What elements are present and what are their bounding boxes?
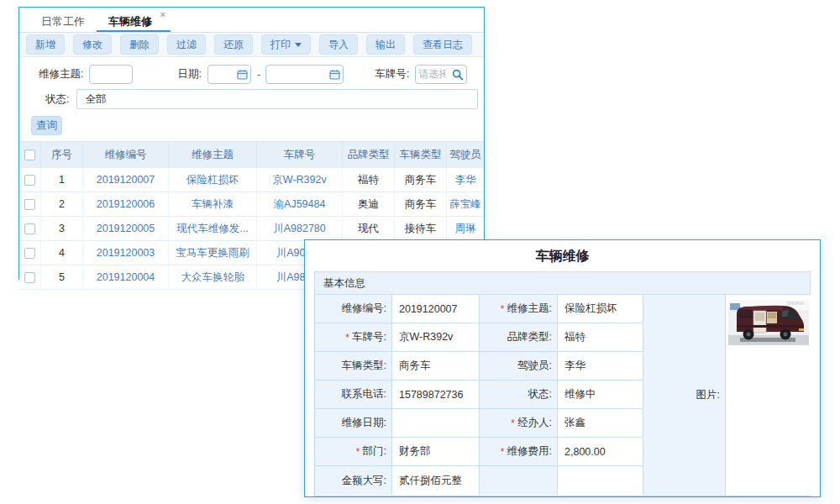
picture-label-cell: 图片: xyxy=(643,295,726,496)
header-plate: 车牌号 xyxy=(257,142,343,168)
cell-driver[interactable]: 薛宝峰 xyxy=(447,192,484,216)
basic-info-section-header: 基本信息 xyxy=(314,271,811,295)
status-select[interactable]: 全部 xyxy=(76,89,478,109)
detail-field-label-text: 维修日期: xyxy=(342,416,386,430)
cell-driver[interactable]: 李华 xyxy=(447,168,484,192)
vehicle-photo xyxy=(728,300,809,345)
tab-bar: 日常工作 车辆维修 × xyxy=(19,8,484,33)
row-checkbox[interactable] xyxy=(24,272,35,283)
date-label: 日期: xyxy=(177,67,201,81)
filter-row-2: 状态: 全部 xyxy=(19,89,484,109)
detail-field-value: 15789872736 xyxy=(392,381,480,409)
query-button[interactable]: 查询 xyxy=(31,116,62,135)
repair-detail-panel: 车辆维修 基本信息 维修编号:2019120007*维修主题:保险杠损坏*车牌号… xyxy=(304,239,821,497)
export-button[interactable]: 输出 xyxy=(366,34,405,55)
cell-brand: 现代 xyxy=(343,217,395,240)
filter-button[interactable]: 过滤 xyxy=(167,34,206,55)
print-button-label: 打印 xyxy=(270,39,291,50)
close-icon[interactable]: × xyxy=(160,9,165,19)
detail-field-label-text: 维修费用: xyxy=(507,444,552,459)
detail-field-value: 2019120007 xyxy=(392,295,480,323)
detail-field-value xyxy=(558,466,643,495)
detail-field-label-text: 车辆类型: xyxy=(342,359,386,373)
print-button[interactable]: 打印 xyxy=(261,34,311,55)
detail-title: 车辆维修 xyxy=(305,240,820,265)
cell-plate[interactable]: 京W-R392v xyxy=(257,168,343,192)
row-checkbox[interactable] xyxy=(24,175,35,186)
detail-field-label-text: 驾驶员: xyxy=(517,359,552,373)
tab-daily-work[interactable]: 日常工作 xyxy=(29,8,97,32)
row-checkbox[interactable] xyxy=(24,248,35,259)
detail-field-label: *维修主题: xyxy=(480,295,558,323)
detail-field-label-text: 品牌类型: xyxy=(507,330,552,344)
cell-repair-no[interactable]: 2019120003 xyxy=(83,241,169,265)
calendar-icon[interactable] xyxy=(237,69,248,80)
cell-seq: 5 xyxy=(41,265,83,289)
cell-topic[interactable]: 保险杠损坏 xyxy=(169,168,257,192)
plate-number-input[interactable]: 请选择 xyxy=(415,65,467,84)
detail-field-value: 商务车 xyxy=(392,352,480,381)
detail-field-value: 贰仟捌佰元整 xyxy=(392,466,480,495)
cell-topic[interactable]: 车辆补漆 xyxy=(169,192,257,216)
filter-row-1: 维修主题: 日期: - xyxy=(19,65,484,84)
cell-repair-no[interactable]: 2019120006 xyxy=(83,192,169,216)
cell-topic[interactable]: 宝马车更换雨刷 xyxy=(169,241,257,265)
repair-topic-input[interactable] xyxy=(89,65,133,84)
detail-field-label-text: 经办人: xyxy=(517,416,552,430)
cell-plate[interactable]: 川A982780 xyxy=(257,217,343,240)
select-all-checkbox[interactable] xyxy=(24,150,35,160)
cell-repair-no[interactable]: 2019120004 xyxy=(83,265,169,289)
view-log-button[interactable]: 查看日志 xyxy=(413,34,472,55)
header-repair-no: 维修编号 xyxy=(83,142,169,168)
tab-vehicle-repair[interactable]: 车辆维修 × xyxy=(97,8,171,32)
picture-cell xyxy=(726,295,811,496)
add-button[interactable]: 新增 xyxy=(26,34,65,55)
header-checkbox-cell xyxy=(19,142,41,168)
cell-seq: 3 xyxy=(41,217,83,240)
detail-field-label-text: 部门: xyxy=(363,444,386,459)
required-star: * xyxy=(501,446,505,458)
cell-topic[interactable]: 大众车换轮胎 xyxy=(169,265,257,289)
date-from-input[interactable] xyxy=(207,65,251,84)
row-checkbox-cell xyxy=(19,217,41,240)
required-star: * xyxy=(501,303,505,315)
edit-button[interactable]: 修改 xyxy=(73,34,112,55)
cell-repair-no[interactable]: 2019120007 xyxy=(83,168,169,192)
delete-button[interactable]: 删除 xyxy=(120,34,159,55)
cell-driver[interactable]: 周琳 xyxy=(447,217,484,240)
repair-topic-label: 维修主题: xyxy=(39,67,83,81)
cell-seq: 4 xyxy=(41,241,83,265)
date-range-separator: - xyxy=(257,69,260,81)
calendar-icon[interactable] xyxy=(329,69,340,80)
row-checkbox[interactable] xyxy=(24,199,35,210)
date-to-input[interactable] xyxy=(265,65,344,84)
plate-number-placeholder: 请选择 xyxy=(418,67,445,81)
detail-field-value: 张鑫 xyxy=(558,409,643,438)
table-row: 12019120007保险杠损坏京W-R392v福特商务车李华 xyxy=(19,168,484,192)
detail-field-label: 驾驶员: xyxy=(480,352,558,381)
header-topic: 维修主题 xyxy=(169,142,257,168)
cell-topic[interactable]: 现代车维修发... xyxy=(169,217,257,240)
detail-field-label: 金额大写: xyxy=(315,466,392,495)
detail-field-label-text: 车牌号: xyxy=(352,330,386,344)
detail-field-label-text: 金额大写: xyxy=(342,474,386,488)
detail-field-label-text: 联系电话: xyxy=(342,387,386,402)
cell-vehicle-type: 商务车 xyxy=(395,168,447,192)
import-button[interactable]: 导入 xyxy=(319,34,358,55)
detail-field-label-text: 维修编号: xyxy=(342,302,386,316)
cell-seq: 2 xyxy=(41,192,83,216)
detail-field-label-text: 状态: xyxy=(528,387,552,402)
row-checkbox[interactable] xyxy=(24,223,35,234)
cell-brand: 福特 xyxy=(343,168,395,192)
cell-repair-no[interactable]: 2019120005 xyxy=(83,217,169,240)
restore-button[interactable]: 还原 xyxy=(214,34,253,55)
required-star: * xyxy=(511,417,515,429)
cell-plate[interactable]: 渝AJ59484 xyxy=(257,192,343,216)
table-row: 22019120006车辆补漆渝AJ59484奥迪商务车薛宝峰 xyxy=(19,192,484,217)
search-icon[interactable] xyxy=(452,69,464,81)
cell-vehicle-type: 商务车 xyxy=(395,192,447,216)
row-checkbox-cell xyxy=(19,168,41,192)
detail-field-value: 保险杠损坏 xyxy=(558,295,643,323)
row-checkbox-cell xyxy=(19,241,41,265)
detail-field-label: 维修日期: xyxy=(315,409,392,438)
